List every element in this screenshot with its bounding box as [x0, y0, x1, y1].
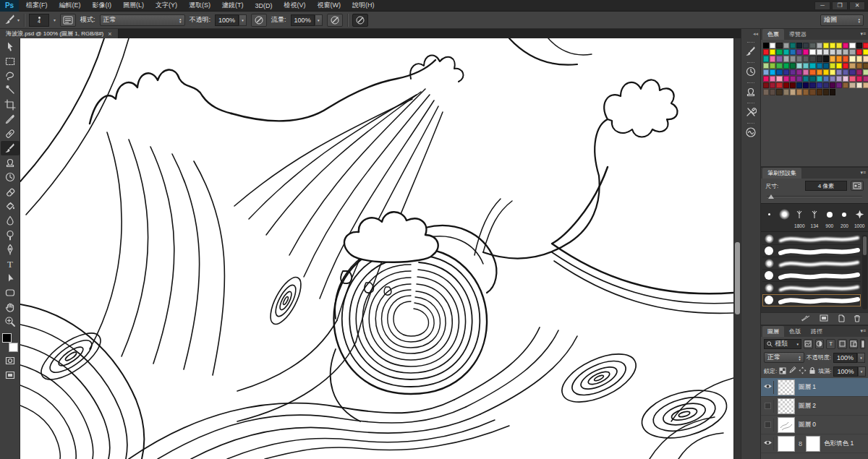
open-preset-manager-icon[interactable]	[801, 314, 811, 323]
color-swatch[interactable]	[763, 82, 769, 88]
filter-toggle-switch[interactable]	[860, 339, 865, 349]
color-swatch[interactable]	[849, 63, 855, 69]
brush-tip-preset-3[interactable]: 134	[807, 205, 822, 230]
menu-item-0[interactable]: 檔案(F)	[26, 1, 48, 10]
brush-preset-row-2[interactable]	[762, 257, 861, 270]
color-swatch[interactable]	[776, 56, 782, 61]
panel-menu-icon[interactable]: ▾≡	[860, 328, 866, 334]
color-swatch[interactable]	[817, 82, 822, 88]
brush-preset-row-1[interactable]	[762, 245, 861, 257]
color-swatch[interactable]	[849, 49, 855, 55]
foreground-color-swatch[interactable]	[2, 333, 12, 343]
new-brush-icon[interactable]	[837, 314, 845, 324]
menu-item-9[interactable]: 視窗(W)	[318, 1, 341, 10]
eraser-tool[interactable]	[1, 184, 20, 199]
color-swatch[interactable]	[783, 82, 789, 88]
visibility-toggle[interactable]	[762, 400, 774, 413]
brush-tip-preset-0[interactable]	[762, 205, 777, 230]
color-swatch[interactable]	[783, 63, 789, 69]
lock-position-icon[interactable]	[799, 366, 807, 376]
tool-presets-panel-icon[interactable]	[742, 102, 760, 118]
filter-adjustment-layers-icon[interactable]	[815, 339, 825, 349]
healing-brush-tool[interactable]	[1, 126, 20, 141]
layer-thumbnail[interactable]	[778, 398, 795, 414]
hand-tool[interactable]	[1, 300, 20, 314]
minimize-button[interactable]: ─	[814, 1, 830, 10]
visibility-toggle[interactable]	[762, 419, 774, 432]
lock-transparency-icon[interactable]	[779, 367, 786, 376]
brush-panel-icon[interactable]	[742, 41, 760, 57]
color-swatch[interactable]	[803, 69, 809, 75]
expand-panels-icon[interactable]: ◂◂	[753, 31, 758, 37]
slider-thumb[interactable]	[768, 194, 774, 199]
color-swatch[interactable]	[823, 43, 829, 48]
color-swatch[interactable]	[843, 63, 848, 69]
color-swatch[interactable]	[830, 82, 835, 88]
screen-mode-button[interactable]	[3, 369, 17, 381]
color-swatch[interactable]	[770, 56, 775, 61]
tool-preset-picker[interactable]: ▾	[4, 14, 20, 27]
color-swatch[interactable]	[843, 82, 848, 88]
color-swatch[interactable]	[796, 76, 802, 82]
color-swatch[interactable]	[763, 69, 769, 75]
color-swatch[interactable]	[849, 82, 855, 88]
color-swatch[interactable]	[790, 49, 796, 55]
layer-opacity-control[interactable]: 100% ▾	[833, 353, 865, 363]
color-swatch[interactable]	[836, 69, 842, 75]
scrollbar-thumb[interactable]	[735, 242, 740, 314]
preset-picker-icon[interactable]	[820, 314, 828, 323]
filter-pixel-layers-icon[interactable]	[804, 339, 813, 349]
color-swatch[interactable]	[803, 49, 809, 55]
quick-mask-button[interactable]	[3, 355, 17, 366]
color-swatch[interactable]	[809, 63, 815, 69]
color-swatch[interactable]	[863, 43, 868, 48]
color-swatch[interactable]	[796, 89, 802, 95]
color-swatch[interactable]	[776, 63, 782, 69]
filter-type-layers-icon[interactable]: T	[826, 339, 835, 349]
chevron-down-icon[interactable]: ▾	[315, 14, 323, 26]
toggle-brush-panel-button[interactable]	[60, 14, 76, 27]
color-swatch[interactable]	[843, 56, 848, 61]
color-swatch[interactable]	[790, 56, 796, 61]
pen-tool[interactable]	[1, 242, 20, 257]
tab-layers-2[interactable]: 路徑	[806, 326, 827, 337]
chevron-down-icon[interactable]: ▾	[54, 17, 56, 22]
menu-item-3[interactable]: 圖層(L)	[123, 1, 144, 10]
color-swatch[interactable]	[783, 49, 789, 55]
brush-preset-preview[interactable]: 4	[29, 14, 49, 27]
color-swatch[interactable]	[796, 69, 802, 75]
visibility-toggle[interactable]	[762, 381, 774, 394]
color-swatch[interactable]	[776, 82, 782, 88]
color-swatch[interactable]	[863, 56, 868, 61]
color-swatch[interactable]	[770, 43, 775, 48]
color-swatch[interactable]	[770, 82, 775, 88]
color-swatch[interactable]	[809, 49, 815, 55]
brush-tool[interactable]	[1, 141, 20, 155]
color-swatch[interactable]	[790, 82, 796, 88]
color-swatch[interactable]	[803, 56, 809, 61]
brush-tip-preset-6[interactable]: 1000	[852, 205, 867, 230]
brush-tip-preset-5[interactable]: 200	[838, 205, 852, 230]
panel-menu-icon[interactable]: ▾≡	[860, 170, 866, 176]
brush-preview-toggle-button[interactable]	[851, 181, 864, 191]
color-swatch[interactable]	[817, 63, 822, 69]
clone-stamp-tool[interactable]	[1, 155, 20, 170]
tab-swatches-0[interactable]: 色票	[762, 29, 784, 40]
color-swatch[interactable]	[776, 89, 782, 95]
color-swatch[interactable]	[856, 76, 862, 82]
tab-layers-0[interactable]: 圖層	[762, 326, 784, 337]
filter-shape-layers-icon[interactable]	[838, 339, 847, 349]
layer-blend-mode-dropdown[interactable]: 正常▴▾	[764, 352, 804, 363]
tab-layers-1[interactable]: 色版	[784, 326, 806, 337]
color-swatch[interactable]	[843, 76, 848, 82]
color-swatch[interactable]	[843, 43, 848, 48]
color-swatch[interactable]	[803, 76, 809, 82]
filter-smart-objects-icon[interactable]	[849, 339, 859, 349]
opacity-control[interactable]: 100% ▾	[215, 14, 247, 26]
color-swatch[interactable]	[863, 63, 868, 69]
color-swatch[interactable]	[776, 49, 782, 55]
panel-menu-icon[interactable]: ▾≡	[860, 31, 866, 37]
blend-mode-dropdown[interactable]: 正常▴▾	[100, 14, 185, 26]
tab-brush-presets[interactable]: 筆刷預設集	[762, 168, 801, 179]
layer-thumbnail[interactable]	[778, 417, 795, 433]
